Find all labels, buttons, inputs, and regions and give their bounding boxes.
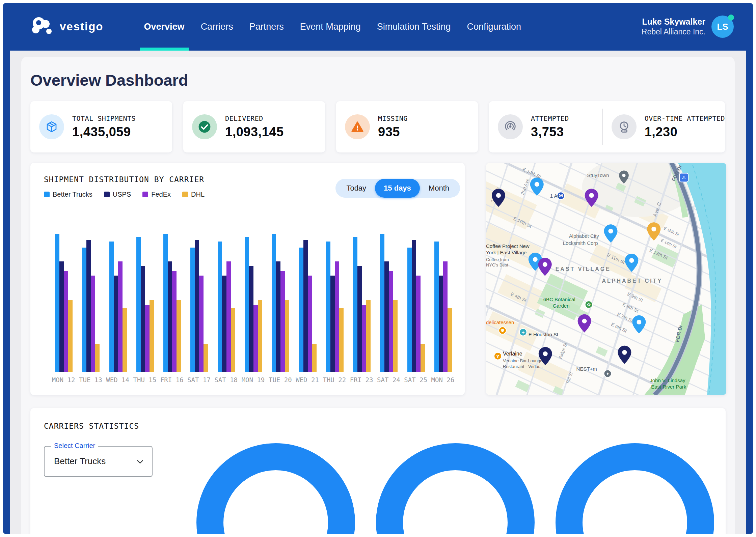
legend-swatch bbox=[182, 192, 188, 197]
bar-dhl bbox=[339, 308, 344, 372]
map-label: East River Park bbox=[651, 384, 686, 390]
bar-usps bbox=[384, 261, 389, 372]
bar-better-trucks bbox=[272, 234, 276, 372]
bar-usps bbox=[114, 276, 118, 372]
bar-usps bbox=[357, 266, 362, 372]
map-label: NEST+m bbox=[576, 366, 597, 372]
bar-dhl bbox=[177, 300, 181, 372]
x-tick-label: FRI 23 bbox=[348, 376, 375, 384]
range-option-today[interactable]: Today bbox=[338, 179, 375, 198]
user-menu[interactable]: Luke Skywalker Rebel Alliance Inc. LS bbox=[642, 16, 734, 38]
map-panel[interactable]: M⚓✿Ψ+Y✦StuyTown1 AvE 14th St3rd Ave2nd A… bbox=[486, 163, 726, 395]
nav-item-overview[interactable]: Overview bbox=[136, 3, 193, 51]
map-label: Coffee Project New bbox=[486, 243, 530, 249]
bar-dhl bbox=[204, 344, 208, 372]
carrier-select[interactable]: Select Carrier Better Trucks bbox=[44, 446, 153, 477]
bar-group-thu-15 bbox=[132, 216, 159, 372]
bar-fedex bbox=[362, 305, 366, 372]
bar-fedex bbox=[145, 305, 150, 372]
bar-usps bbox=[276, 261, 280, 372]
bar-group-sat-24 bbox=[375, 216, 402, 372]
bar-fedex bbox=[172, 271, 177, 372]
nav-item-carriers[interactable]: Carriers bbox=[193, 3, 241, 51]
range-option-15-days[interactable]: 15 days bbox=[375, 179, 420, 198]
bar-dhl bbox=[95, 344, 100, 372]
map-label: StuyTown bbox=[587, 172, 609, 178]
bar-fedex bbox=[199, 276, 204, 372]
bar-group-sat-18 bbox=[213, 216, 240, 372]
bar-usps bbox=[195, 240, 199, 372]
bar-group-mon-19 bbox=[240, 216, 267, 372]
chart-legend: Better TrucksUSPSFedExDHL bbox=[44, 191, 205, 198]
bar-usps bbox=[249, 266, 253, 372]
stat-label: DELIVERED bbox=[225, 115, 284, 122]
x-axis-labels: MON 12TUE 13WED 14THU 15FRI 16SAT 17SAT … bbox=[50, 376, 456, 384]
content-area: Overview Dashboard TOTAL SHIPMENTS 1,435… bbox=[10, 51, 746, 534]
stat-value: 1,093,145 bbox=[225, 125, 284, 139]
carrier-donut-2 bbox=[376, 443, 535, 534]
bar-group-mon-12 bbox=[50, 216, 77, 372]
bar-dhl bbox=[68, 300, 73, 372]
bar-group-wed-14 bbox=[105, 216, 132, 372]
stat-card-total-shipments: TOTAL SHIPMENTS 1,435,059 bbox=[30, 101, 172, 152]
bar-fedex bbox=[64, 271, 68, 372]
stat-card-attempted: ATTEMPTED 3,753 bbox=[489, 101, 602, 152]
carrier-donut-3 bbox=[556, 443, 714, 534]
restaurant-icon[interactable]: Ψ bbox=[499, 327, 506, 334]
bar-icon[interactable]: Y bbox=[494, 352, 502, 360]
bar-usps bbox=[59, 261, 64, 372]
avatar[interactable]: LS bbox=[711, 16, 734, 38]
range-option-month[interactable]: Month bbox=[420, 179, 458, 198]
stats-row: TOTAL SHIPMENTS 1,435,059 DELIVERED 1,09… bbox=[30, 101, 726, 152]
map-canvas[interactable]: M⚓✿Ψ+Y✦StuyTown1 AvE 14th St3rd Ave2nd A… bbox=[486, 163, 726, 395]
bar-better-trucks bbox=[299, 248, 303, 372]
bar-usps bbox=[86, 240, 91, 372]
nav-item-simulation-testing[interactable]: Simulation Testing bbox=[369, 3, 459, 51]
legend-item-dhl[interactable]: DHL bbox=[182, 191, 205, 198]
legend-item-better-trucks[interactable]: Better Trucks bbox=[44, 191, 92, 198]
map-label: NYC's Best bbox=[486, 262, 508, 267]
shipment-chart-card: SHIPMENT DISTRIBUTION BY CARRIER Better … bbox=[30, 163, 465, 395]
online-status-dot bbox=[728, 15, 734, 21]
svg-text:Ψ: Ψ bbox=[501, 328, 504, 333]
school-icon[interactable]: ✦ bbox=[604, 370, 612, 377]
map-label: delicatessen bbox=[486, 319, 514, 325]
brand[interactable]: vestigo bbox=[32, 17, 104, 37]
stat-label: MISSING bbox=[378, 115, 408, 122]
stat-card-over-time-attempted: OVER-TIME ATTEMPTED 1,230 bbox=[603, 101, 725, 152]
legend-swatch bbox=[104, 192, 110, 197]
bar-better-trucks bbox=[353, 237, 357, 372]
stat-card-attempted-group: ATTEMPTED 3,753 OVER-TIME ATTEMPTED 1,23… bbox=[489, 101, 725, 152]
bar-better-trucks bbox=[245, 237, 249, 372]
nav-item-configuration[interactable]: Configuration bbox=[459, 3, 529, 51]
stat-value: 935 bbox=[378, 125, 408, 139]
vestigo-logo-icon bbox=[32, 17, 54, 37]
carriers-statistics-card: CARRIERS STATISTICS Select Carrier Bette… bbox=[30, 408, 726, 534]
x-tick-label: SAT 24 bbox=[375, 376, 402, 384]
ferry-icon[interactable]: ⚓ bbox=[679, 173, 688, 182]
avatar-initials: LS bbox=[717, 22, 728, 32]
bar-better-trucks bbox=[380, 234, 384, 372]
bar-better-trucks bbox=[163, 234, 168, 372]
app-frame: vestigo OverviewCarriersPartnersEvent Ma… bbox=[3, 3, 753, 534]
garden-icon[interactable]: ✿ bbox=[585, 301, 593, 308]
stat-label: OVER-TIME ATTEMPTED bbox=[645, 115, 725, 122]
worship-icon[interactable]: + bbox=[519, 329, 527, 336]
legend-item-fedex[interactable]: FedEx bbox=[142, 191, 171, 198]
bar-group-sat-25 bbox=[402, 216, 429, 372]
bar-dhl bbox=[123, 308, 127, 372]
legend-swatch bbox=[44, 192, 50, 197]
nav-item-event-mapping[interactable]: Event Mapping bbox=[292, 3, 369, 51]
bar-dhl bbox=[312, 344, 317, 372]
legend-item-usps[interactable]: USPS bbox=[104, 191, 131, 198]
bar-better-trucks bbox=[109, 242, 114, 372]
nav-item-partners[interactable]: Partners bbox=[241, 3, 292, 51]
map-label: EAST VILLAGE bbox=[556, 266, 611, 272]
package-icon bbox=[39, 114, 64, 139]
map-label: John V. Lindsay bbox=[650, 377, 685, 383]
bar-fedex bbox=[91, 276, 95, 372]
x-tick-label: THU 22 bbox=[321, 376, 348, 384]
svg-text:⚓: ⚓ bbox=[682, 175, 686, 180]
bar-group-tue-20 bbox=[267, 216, 294, 372]
x-tick-label: FRI 16 bbox=[158, 376, 185, 384]
